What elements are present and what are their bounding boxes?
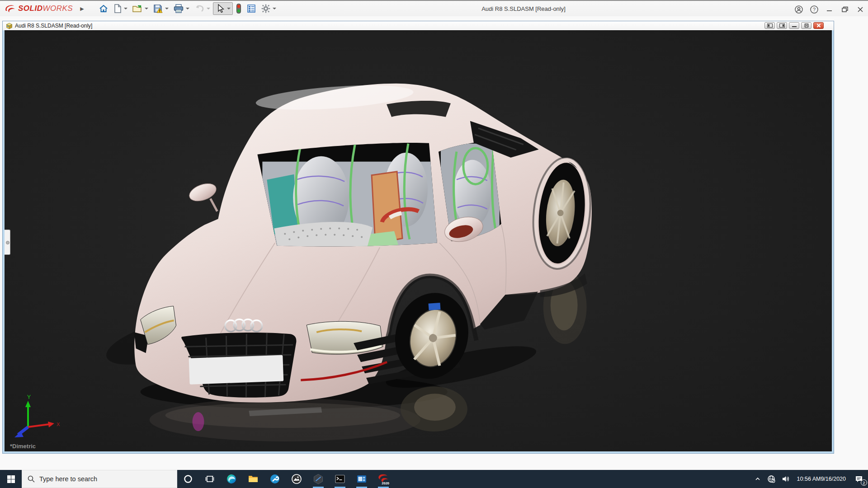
collapse-left-pane-button[interactable]	[764, 22, 775, 29]
options-button[interactable]	[259, 2, 278, 15]
document-window-controls	[764, 22, 824, 29]
restore-icon	[840, 5, 849, 14]
account-button[interactable]	[791, 3, 807, 16]
command-prompt-button[interactable]	[329, 470, 351, 488]
volume-control[interactable]	[778, 470, 793, 488]
clock-date: 9/16/2020	[821, 475, 846, 483]
photos-button[interactable]	[286, 470, 307, 488]
main-window-title: Audi R8 S.SLDASM [Read-only]	[481, 5, 566, 12]
help-icon: ?	[810, 5, 819, 14]
chevron-up-icon	[755, 476, 761, 482]
restore-button[interactable]	[837, 3, 853, 16]
remote-window-button[interactable]	[351, 470, 373, 488]
help-button[interactable]: ?	[807, 3, 822, 16]
network-status[interactable]	[764, 470, 778, 488]
orientation-triad[interactable]: Y X	[11, 394, 61, 440]
notification-badge: 2	[861, 479, 867, 486]
main-titlebar: SOLIDWORKS ▶	[0, 0, 868, 16]
cortana-button[interactable]	[177, 470, 199, 488]
windows-taskbar: 2020	[0, 470, 868, 488]
select-tool-button[interactable]	[213, 2, 233, 15]
list-panel-icon	[246, 4, 256, 14]
file-explorer-icon	[248, 474, 259, 484]
solidworks-year-label: 2020	[382, 481, 389, 485]
doc-close-icon	[816, 23, 821, 28]
options-dropdown[interactable]	[273, 8, 276, 9]
print-dropdown[interactable]	[186, 8, 189, 9]
solidworks-logo[interactable]: SOLIDWORKS	[5, 4, 73, 14]
cortana-icon	[184, 474, 193, 483]
doc-restore-icon	[804, 23, 809, 28]
windows-logo-icon	[7, 475, 15, 483]
brand-text: SOLIDWORKS	[18, 4, 73, 13]
open-button[interactable]	[130, 2, 150, 15]
minimize-button[interactable]	[822, 3, 837, 16]
document-window: Audi R8 S.SLDASM [Read-only]	[2, 21, 834, 454]
solidworks-2020-icon: 2020	[377, 473, 390, 485]
traffic-light-icon	[236, 3, 242, 14]
menu-expand-arrow[interactable]: ▶	[80, 6, 84, 12]
new-document-icon	[113, 4, 122, 14]
account-icon	[794, 5, 803, 14]
settings-tool-button[interactable]	[264, 470, 286, 488]
main-toolbar	[97, 2, 278, 15]
home-button[interactable]	[97, 2, 110, 15]
undo-button[interactable]	[192, 2, 212, 15]
new-document-button[interactable]	[111, 2, 129, 15]
axis-y-label: Y	[27, 394, 31, 400]
command-prompt-icon	[335, 474, 345, 484]
minimize-icon	[825, 5, 834, 14]
doc-minimize-icon	[792, 23, 797, 28]
search-icon	[28, 475, 35, 483]
select-tool-dropdown[interactable]	[227, 8, 231, 9]
close-icon	[856, 5, 865, 14]
wrench-icon	[269, 474, 280, 484]
document-minimize-button[interactable]	[789, 22, 799, 29]
collapse-right-pane-button[interactable]	[777, 22, 787, 29]
solidworks-logo-icon	[5, 4, 16, 14]
save-icon	[153, 4, 163, 14]
solidworks-taskbar-button[interactable]: 2020	[373, 470, 394, 488]
start-button[interactable]	[0, 470, 22, 488]
close-button[interactable]	[853, 3, 868, 16]
graphics-viewport[interactable]: Y X *Dimetric	[5, 30, 832, 451]
select-cursor-icon	[215, 4, 225, 14]
rebuild-button[interactable]	[234, 2, 244, 15]
save-button[interactable]	[151, 2, 170, 15]
document-titlebar[interactable]: Audi R8 S.SLDASM [Read-only]	[3, 21, 834, 30]
document-title: Audi R8 S.SLDASM [Read-only]	[15, 23, 92, 29]
globe-no-internet-icon	[767, 475, 775, 483]
task-pane-button[interactable]	[245, 2, 258, 15]
file-explorer-button[interactable]	[242, 470, 264, 488]
home-icon	[99, 4, 108, 14]
windshield	[257, 143, 443, 248]
taskbar-search[interactable]	[22, 470, 177, 488]
undo-icon	[194, 4, 205, 14]
open-icon	[132, 4, 143, 14]
pane-right-icon	[779, 23, 785, 28]
clock-time: 10:56 AM	[797, 475, 821, 483]
speaker-icon	[782, 475, 790, 483]
taskbar-clock[interactable]: 10:56 AM 9/16/2020	[793, 470, 850, 488]
new-document-dropdown[interactable]	[124, 8, 127, 9]
edge-button[interactable]	[221, 470, 242, 488]
assembly-icon	[6, 23, 13, 29]
save-dropdown[interactable]	[165, 8, 169, 9]
axis-x-label: X	[57, 422, 60, 427]
featuremanager-collapsed-tab[interactable]	[5, 230, 10, 255]
system-tray: 10:56 AM 9/16/2020 2	[751, 470, 868, 488]
task-view-button[interactable]	[199, 470, 221, 488]
document-restore-button[interactable]	[801, 22, 811, 29]
document-close-button[interactable]	[813, 22, 824, 29]
action-center-button[interactable]: 2	[850, 470, 868, 488]
app-window-icon	[356, 474, 367, 484]
edge-icon	[226, 474, 237, 484]
search-input[interactable]	[39, 475, 161, 483]
open-dropdown[interactable]	[145, 8, 148, 9]
print-button[interactable]	[171, 2, 191, 15]
view-orientation-label: *Dimetric	[10, 443, 36, 450]
hidden-icons-chevron[interactable]	[751, 470, 764, 488]
dev-hexagon-button[interactable]	[307, 470, 329, 488]
undo-dropdown[interactable]	[207, 8, 210, 9]
hexagon-app-icon	[313, 474, 324, 484]
